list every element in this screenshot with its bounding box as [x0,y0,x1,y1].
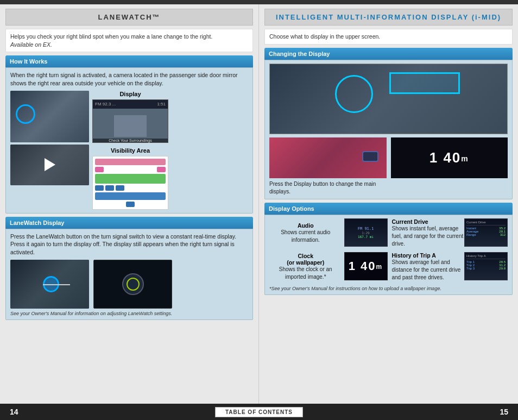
left-intro-italic: Available on EX. [10,41,52,48]
clock-text-col: Clock(or wallpaper) Shows the clock or a… [269,252,344,281]
top-bar [0,0,518,4]
current-drive-text-col: Current Drive Shows instant fuel, averag… [388,218,465,248]
changing-display-body: Press the Display button to change the m… [264,60,513,199]
visibility-label: Visibility Area [92,147,168,154]
display-options-header: Display Options [264,203,513,215]
how-it-works-header: How It Works [5,55,253,67]
right-page-title: INTELLIGENT MULTI-INFORMATION DISPLAY (i… [264,9,513,26]
changing-display-bottom: Press the Display button to change the m… [269,137,508,196]
cd-header: Current Drive [466,221,506,225]
dashboard-image-2 [10,145,89,185]
clock-description: Shows the clock or an imported image.* [269,266,342,281]
visibility-row-2 [95,185,166,191]
history-description: Shows average fuel and distance for the … [392,259,465,281]
current-drive-description: Shows instant fuel, average fuel, and ra… [392,225,465,248]
visibility-row-3 [95,202,166,207]
vis-dot-pink-2 [157,167,166,172]
screen-header-bar: FM 92.3 ... 1:51 [93,100,168,109]
left-page: LANEWATCH™ Helps you check your right bl… [0,4,259,404]
audio-title: Audio [269,222,342,229]
visibility-bar-blue [95,192,166,200]
left-page-title: LANEWATCH™ [5,9,253,26]
vehicle-silhouette [114,115,147,137]
options-row-2: Clock(or wallpaper) Shows the clock or a… [269,252,508,281]
display-options-body: Audio Shows current audio information. F… [264,215,513,295]
left-intro-box: Helps you check your right blind spot wh… [5,29,253,52]
right-intro-text: Choose what to display in the upper scre… [269,33,380,40]
changing-display-left-col: Press the Display button to change the m… [269,137,387,196]
audio-description: Shows current audio information. [269,229,342,244]
visibility-bars [92,156,168,210]
lanewatch-display-body: Press the LaneWatch button on the turn s… [5,229,253,320]
clock-display: 1 40m [349,259,383,273]
clock-image: 1 40m [344,252,388,280]
current-drive-image: Current Drive Instant35.2 Average28.1 Ra… [464,218,508,247]
vis-dot-blue-2 [105,185,114,191]
history-title: History of Trip A [392,252,465,259]
lanewatch-display-description: Press the LaneWatch button on the turn s… [10,233,248,256]
how-it-works-section: How It Works When the right turn signal … [5,55,253,213]
dark-image [93,260,172,309]
options-row-1: Audio Shows current audio information. F… [269,218,508,248]
camera-view: Check Your Surroundings [93,109,168,142]
cd-row3: Range312 [466,233,506,236]
current-drive-title: Current Drive [392,218,465,225]
clock-display-image: 1 40m [391,137,508,178]
check-surroundings-text: Check Your Surroundings [93,139,168,142]
audio-screen-freq: FM 91.1 [358,227,374,231]
display-screen: FM 92.3 ... 1:51 Check Your Surroundings [92,99,168,143]
lanewatch-display-header: LaneWatch Display [5,217,253,229]
changing-display-right-col: 1 40m [391,137,508,196]
display-highlight-box [389,72,460,94]
audio-screen-info: 167.7 mi [358,235,374,239]
history-image: History Trip A Trip 128.5 Trip 231.2 Tri… [464,252,508,280]
lanewatch-images [10,260,248,309]
right-page: INTELLIGENT MULTI-INFORMATION DISPLAY (i… [259,4,518,404]
audio-screen-time: 1:29 [362,231,369,235]
lanewatch-caption: See your Owner's Manual for information … [10,311,248,316]
arrow-indicator [45,158,55,171]
clock-display-text: 1 40m [429,149,469,166]
display-button-description: Press the Display button to change the m… [269,180,387,196]
how-it-works-description: When the right turn signal is activated,… [10,71,248,87]
vis-dot-blue-4 [126,202,135,207]
left-images-col [10,91,89,210]
visibility-bar-green [95,174,166,184]
visibility-bar-pink [95,159,166,165]
bottom-bar: 14 TABLE OF CONTENTS 15 [0,404,518,420]
left-intro-text: Helps you check your right blind spot wh… [10,33,212,40]
speedometer-circle [335,75,373,113]
how-it-works-images: Display FM 92.3 ... 1:51 Check Your Surr… [10,91,248,210]
visibility-row-1 [95,167,166,172]
history-text-col: History of Trip A Shows average fuel and… [388,252,465,281]
right-intro-box: Choose what to display in the upper scre… [264,29,513,45]
display-button-icon [362,151,378,162]
screen-time: 1:51 [157,102,166,106]
vis-dot-blue-1 [95,185,104,191]
audio-image: FM 91.1 1:29 167.7 mi [344,218,388,247]
dashboard-image-1 [10,91,89,142]
clock-title: Clock(or wallpaper) [269,253,342,266]
hist-row3: Trip 329.8 [466,267,506,270]
hist-header: History Trip A [466,254,506,259]
display-label: Display [92,91,168,97]
display-section: Display FM 92.3 ... 1:51 Check Your Surr… [92,91,168,210]
display-options-section: Display Options Audio Shows current audi… [264,203,513,295]
display-button-image [269,137,387,178]
how-it-works-body: When the right turn signal is activated,… [5,67,253,213]
main-content: LANEWATCH™ Helps you check your right bl… [0,4,518,404]
indicator-line [43,284,70,285]
page-number-left: 14 [10,408,18,416]
button-inner-icon [127,278,140,291]
display-options-footnote: *See your Owner's Manual for instruction… [269,286,508,291]
lanewatch-display-section: LaneWatch Display Press the LaneWatch bu… [5,217,253,320]
page-number-right: 15 [500,408,508,416]
audio-text-col: Audio Shows current audio information. [269,218,344,248]
interior-image [10,260,89,309]
changing-display-section: Changing the Display [264,48,513,199]
toc-button[interactable]: TABLE OF CONTENTS [215,407,303,417]
circle-highlight-1 [16,104,35,124]
changing-display-header: Changing the Display [264,48,513,60]
main-dashboard-image [269,64,508,134]
vis-dot-blue-3 [116,185,124,191]
